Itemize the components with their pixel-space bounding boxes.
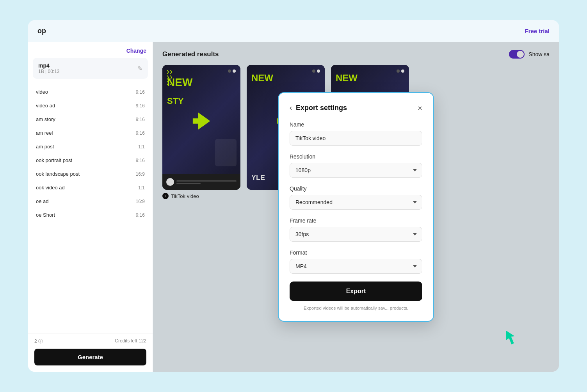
format-label: Format: [290, 249, 422, 256]
item-ratio: 9:16: [136, 117, 145, 122]
item-ratio: 1:1: [138, 185, 145, 191]
quality-field-group: Quality Low Medium Recommended High: [290, 185, 422, 210]
format-select-wrapper: MP4 MOV WebM: [290, 259, 422, 274]
item-label: am reel: [36, 130, 53, 136]
sidebar-list-item[interactable]: oe Short9:16: [28, 208, 153, 222]
cursor-shape: [506, 331, 520, 346]
generate-button[interactable]: Generate: [34, 349, 146, 365]
item-label: oe ad: [36, 198, 49, 204]
top-bar: op Free trial: [28, 20, 559, 42]
item-label: am post: [36, 144, 54, 150]
credits-number: 2 ⓘ: [34, 338, 43, 345]
export-settings-modal: ‹ Export settings × Name Resolution: [278, 92, 434, 321]
modal-back-button[interactable]: ‹: [290, 104, 292, 112]
resolution-select[interactable]: 720p 1080p 4K: [290, 163, 422, 178]
item-label: am story: [36, 116, 55, 122]
item-label: video: [36, 89, 48, 95]
sidebar-bottom: 2 ⓘ Credits left 122 Generate: [28, 333, 153, 372]
sidebar-file-card: mp4 1B | 00:13 ✎: [33, 58, 148, 79]
resolution-select-wrapper: 720p 1080p 4K: [290, 163, 422, 178]
credits-row: 2 ⓘ Credits left 122: [34, 338, 146, 345]
item-label: oe Short: [36, 212, 55, 218]
modal-header-left: ‹ Export settings: [290, 104, 347, 112]
item-label: ook landscape post: [36, 171, 80, 177]
framerate-select[interactable]: 24fps 30fps 60fps: [290, 227, 422, 242]
quality-select[interactable]: Low Medium Recommended High: [290, 195, 422, 210]
file-meta: 1B | 00:13: [38, 69, 60, 74]
export-button[interactable]: Export: [290, 282, 422, 301]
change-button[interactable]: Change: [126, 48, 146, 54]
item-ratio: 9:16: [136, 89, 145, 95]
app-title: op: [37, 27, 46, 35]
modal-header: ‹ Export settings ×: [290, 104, 422, 112]
sidebar-list-item[interactable]: oe ad16:9: [28, 194, 153, 208]
item-label: ook video ad: [36, 185, 65, 191]
modal-close-button[interactable]: ×: [418, 104, 422, 112]
name-field-group: Name: [290, 121, 422, 146]
quality-label: Quality: [290, 185, 422, 192]
framerate-field-group: Frame rate 24fps 30fps 60fps: [290, 217, 422, 242]
item-ratio: 16:9: [136, 199, 145, 204]
file-info: mp4 1B | 00:13: [38, 62, 60, 74]
free-trial-button[interactable]: Free trial: [525, 28, 550, 34]
credits-left: Credits left 122: [115, 338, 146, 345]
item-ratio: 9:16: [136, 103, 145, 109]
sidebar-list-item[interactable]: video ad9:16: [28, 99, 153, 112]
main-content: Change mp4 1B | 00:13 ✎ video9:16video a…: [28, 42, 559, 372]
resolution-field-group: Resolution 720p 1080p 4K: [290, 153, 422, 178]
item-ratio: 9:16: [136, 158, 145, 163]
format-field-group: Format MP4 MOV WebM: [290, 249, 422, 274]
item-ratio: 9:16: [136, 212, 145, 218]
framerate-label: Frame rate: [290, 217, 422, 224]
sidebar-list-item[interactable]: ook landscape post16:9: [28, 167, 153, 181]
item-ratio: 9:16: [136, 130, 145, 136]
item-label: ook portrait post: [36, 157, 72, 163]
sidebar-list-item[interactable]: am post1:1: [28, 140, 153, 153]
sidebar-list-item[interactable]: am reel9:16: [28, 126, 153, 140]
right-area: Generated results Show sa: [153, 42, 559, 372]
modal-title: Export settings: [296, 104, 347, 112]
modal-overlay: ‹ Export settings × Name Resolution: [153, 42, 559, 372]
quality-select-wrapper: Low Medium Recommended High: [290, 195, 422, 210]
item-ratio: 1:1: [138, 144, 145, 150]
sidebar-list-item[interactable]: ook portrait post9:16: [28, 153, 153, 167]
resolution-label: Resolution: [290, 153, 422, 160]
export-note: Exported videos will be automatically sa…: [290, 305, 422, 311]
sidebar-header: Change: [28, 42, 153, 58]
sidebar-list-item[interactable]: ook video ad1:1: [28, 181, 153, 194]
file-name: mp4: [38, 62, 60, 69]
edit-icon[interactable]: ✎: [137, 65, 142, 72]
framerate-select-wrapper: 24fps 30fps 60fps: [290, 227, 422, 242]
sidebar-list: video9:16video ad9:16am story9:16am reel…: [28, 85, 153, 333]
name-label: Name: [290, 121, 422, 128]
sidebar-list-item[interactable]: am story9:16: [28, 112, 153, 126]
sidebar-list-item[interactable]: video9:16: [28, 85, 153, 99]
item-label: video ad: [36, 103, 55, 109]
format-select[interactable]: MP4 MOV WebM: [290, 259, 422, 274]
sidebar: Change mp4 1B | 00:13 ✎ video9:16video a…: [28, 42, 153, 372]
item-ratio: 16:9: [136, 171, 145, 177]
name-input[interactable]: [290, 131, 422, 146]
